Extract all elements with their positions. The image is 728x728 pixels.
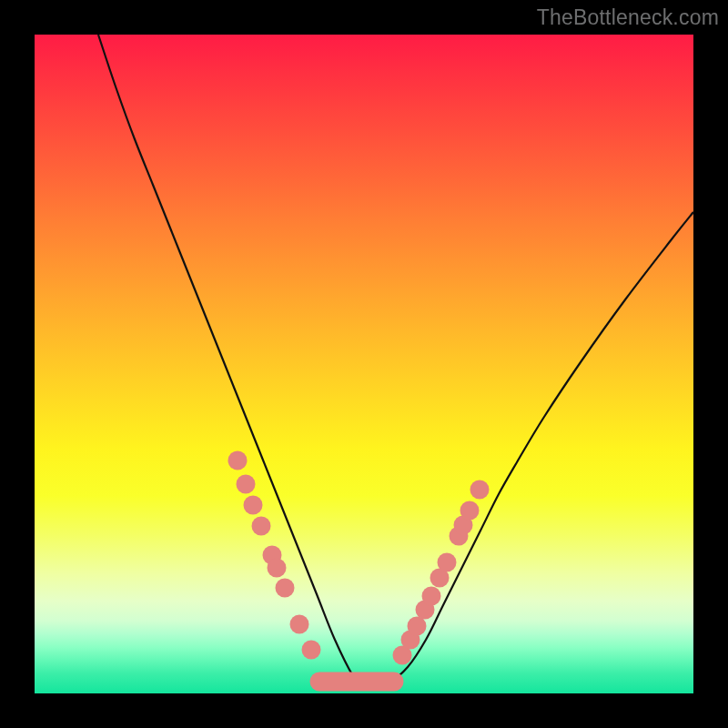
data-marker (228, 451, 248, 470)
data-marker (276, 579, 295, 598)
data-marker (290, 615, 309, 634)
data-marker (460, 501, 480, 521)
data-marker (268, 559, 287, 578)
curve-layer (35, 35, 693, 693)
bottleneck-curve (98, 35, 693, 688)
bottom-marker-bar (310, 672, 404, 692)
chart-frame: TheBottleneck.com (0, 0, 728, 728)
data-marker (422, 587, 441, 606)
watermark-text: TheBottleneck.com (537, 5, 719, 30)
data-marker (302, 641, 321, 660)
data-marker (237, 475, 256, 494)
data-marker (244, 496, 263, 515)
data-marker (470, 480, 490, 500)
data-marker (252, 517, 271, 536)
data-marker (408, 617, 427, 636)
marker-group (228, 451, 490, 692)
plot-area (35, 35, 693, 693)
data-marker (438, 553, 457, 572)
